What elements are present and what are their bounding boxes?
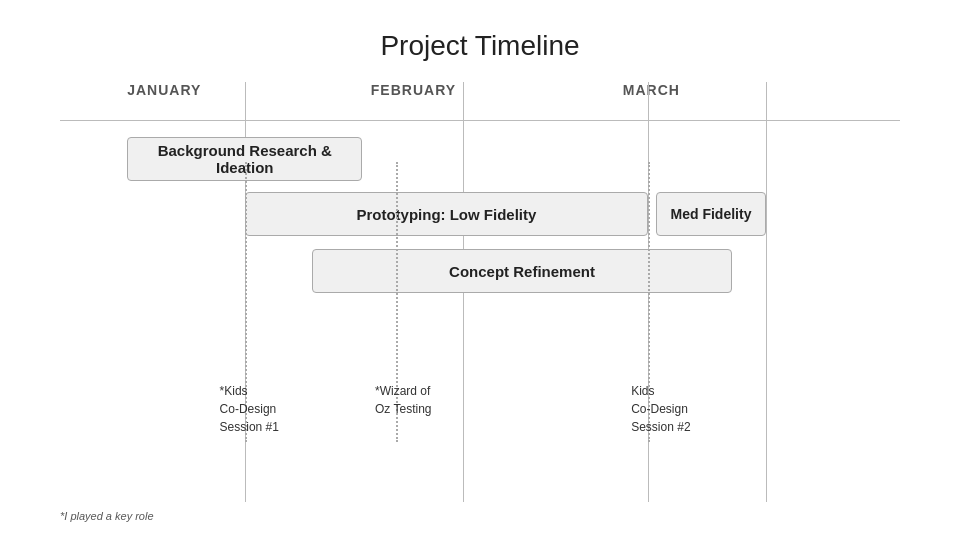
footnote: *I played a key role xyxy=(60,510,154,522)
end-vline xyxy=(766,82,767,502)
kids-codesign-2-note: KidsCo-DesignSession #2 xyxy=(631,382,731,436)
low-fidelity-box: Prototyping: Low Fidelity xyxy=(245,192,648,236)
med-fidelity-box: Med Fidelity xyxy=(656,192,765,236)
wizard-oz-note: *Wizard ofOz Testing xyxy=(375,382,465,418)
timeline-container: JANUARY FEBRUARY MARCH Background Resear… xyxy=(60,82,900,502)
page-title: Project Timeline xyxy=(0,0,960,62)
kids-codesign-1-note: *KidsCo-DesignSession #1 xyxy=(220,382,320,436)
month-march: MARCH xyxy=(623,82,680,98)
concept-refinement-box: Concept Refinement xyxy=(312,249,732,293)
month-january: JANUARY xyxy=(127,82,201,98)
timeline-bar xyxy=(60,120,900,121)
month-february: FEBRUARY xyxy=(371,82,456,98)
